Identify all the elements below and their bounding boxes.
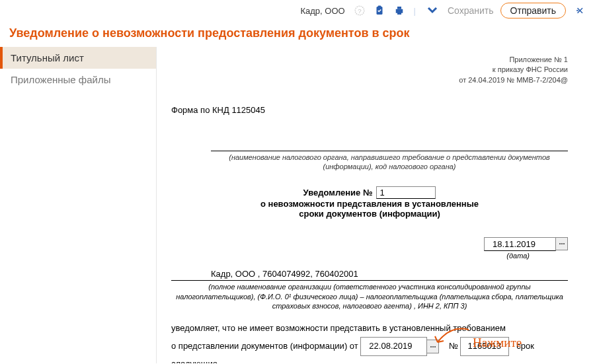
sidebar-item-attached-files[interactable]: Приложенные файлы xyxy=(0,69,156,91)
clipboard-icon[interactable] xyxy=(373,4,386,17)
notice-number-field[interactable]: 1 xyxy=(376,186,436,199)
org-name: Кадр, ООО xyxy=(300,6,344,16)
save-button: Сохранить xyxy=(448,5,494,16)
organization-caption: (полное наименование организации (ответс… xyxy=(171,282,568,312)
notice-prefix: Уведомление № xyxy=(303,188,373,198)
document-pane[interactable]: Приложение № 1 к приказу ФНС России от 2… xyxy=(156,47,595,363)
notice-line3: сроки документов (информации) xyxy=(171,209,568,219)
svg-rect-3 xyxy=(377,6,381,8)
form-code: Форма по КНД 1125045 xyxy=(171,105,568,115)
tax-org-input-line[interactable] xyxy=(211,151,568,151)
toolbar: Кадр, ООО ? | Сохранить Отправить xyxy=(0,0,595,22)
tax-org-caption: (наименование налогового органа, направи… xyxy=(171,153,568,172)
date-caption: (дата) xyxy=(171,252,568,260)
svg-text:?: ? xyxy=(358,7,362,15)
notice-line2: о невозможности представления в установл… xyxy=(171,199,568,209)
svg-point-10 xyxy=(563,243,565,244)
attachment-note: Приложение № 1 к приказу ФНС России от 2… xyxy=(171,55,568,85)
page-title: Уведомление о невозможности предоставлен… xyxy=(0,22,595,47)
requirement-date-field[interactable]: 22.08.2019 xyxy=(360,337,427,356)
svg-point-11 xyxy=(430,346,432,347)
svg-point-8 xyxy=(559,243,561,244)
attachment-note-line1: Приложение № 1 xyxy=(171,55,568,65)
date-field[interactable]: 18.11.2019 xyxy=(484,237,556,251)
organization-line: Кадр, ООО , 7604074992, 760402001 xyxy=(171,269,568,279)
svg-rect-6 xyxy=(397,12,401,15)
chevron-down-icon[interactable] xyxy=(424,4,441,18)
sidebar: Титульный лист Приложенные файлы xyxy=(0,47,156,363)
annotation-arrow-icon xyxy=(432,326,472,346)
send-button[interactable]: Отправить xyxy=(500,3,566,18)
date-picker-button[interactable] xyxy=(556,237,568,250)
body-line2-prefix: о представлении документов (информации) … xyxy=(171,341,358,351)
attachment-note-line2: к приказу ФНС России xyxy=(171,65,568,75)
sidebar-item-title-page[interactable]: Титульный лист xyxy=(0,47,156,69)
separator: | xyxy=(413,6,417,16)
attachment-note-line3: от 24.04.2019 № ММВ-7-2/204@ xyxy=(171,75,568,85)
print-icon[interactable] xyxy=(393,4,406,17)
svg-rect-5 xyxy=(397,7,401,9)
svg-point-9 xyxy=(561,243,563,244)
body-line1: уведомляет, что не имеет возможности пре… xyxy=(171,320,568,337)
annotation-text: Нажмите xyxy=(473,336,522,350)
help-icon[interactable]: ? xyxy=(353,4,366,17)
close-icon[interactable] xyxy=(573,5,588,17)
notice-heading: Уведомление № 1 о невозможности представ… xyxy=(171,186,568,219)
